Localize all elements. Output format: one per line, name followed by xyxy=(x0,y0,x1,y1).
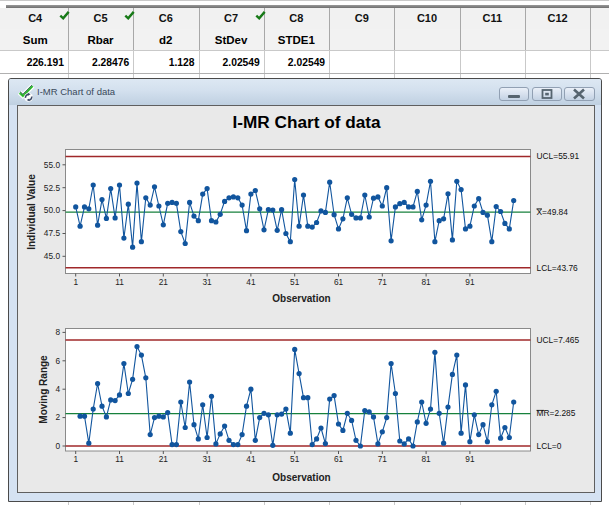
svg-text:2: 2 xyxy=(55,412,60,422)
svg-text:31: 31 xyxy=(202,454,212,464)
svg-text:LCL=43.76: LCL=43.76 xyxy=(536,263,578,273)
svg-text:61: 61 xyxy=(333,454,343,464)
svg-text:UCL=7.465: UCL=7.465 xyxy=(536,335,579,345)
svg-text:0: 0 xyxy=(55,441,60,451)
svg-text:81: 81 xyxy=(421,277,431,287)
svg-text:I-MR Chart of data: I-MR Chart of data xyxy=(232,112,380,132)
svg-text:Individual Value: Individual Value xyxy=(26,174,37,250)
svg-text:47.5: 47.5 xyxy=(43,228,60,238)
svg-text:21: 21 xyxy=(158,454,168,464)
svg-text:4: 4 xyxy=(55,384,60,394)
svg-text:8: 8 xyxy=(55,327,60,337)
svg-text:31: 31 xyxy=(202,277,212,287)
svg-text:91: 91 xyxy=(465,277,475,287)
svg-text:Observation: Observation xyxy=(272,472,330,483)
svg-text:51: 51 xyxy=(290,454,300,464)
svg-text:91: 91 xyxy=(465,454,475,464)
svg-text:11: 11 xyxy=(115,454,124,464)
svg-text:81: 81 xyxy=(421,454,431,464)
svg-text:LCL=0: LCL=0 xyxy=(536,441,561,451)
svg-text:21: 21 xyxy=(158,277,168,287)
svg-text:11: 11 xyxy=(115,277,124,287)
svg-text:1: 1 xyxy=(73,454,78,464)
svg-text:71: 71 xyxy=(377,277,387,287)
svg-text:51: 51 xyxy=(290,277,300,287)
svg-text:Moving Range: Moving Range xyxy=(37,355,48,424)
svg-text:41: 41 xyxy=(246,454,256,464)
svg-text:Observation: Observation xyxy=(272,293,330,304)
svg-text:X=49.84: X=49.84 xyxy=(536,207,568,217)
svg-text:45.0: 45.0 xyxy=(43,251,60,261)
svg-text:71: 71 xyxy=(377,454,387,464)
svg-text:UCL=55.91: UCL=55.91 xyxy=(536,151,579,161)
svg-text:55.0: 55.0 xyxy=(43,160,60,170)
svg-text:50.0: 50.0 xyxy=(43,205,60,215)
svg-text:61: 61 xyxy=(333,277,343,287)
svg-text:1: 1 xyxy=(73,277,78,287)
svg-text:52.5: 52.5 xyxy=(43,183,60,193)
svg-text:6: 6 xyxy=(55,356,60,366)
svg-text:MR=2.285: MR=2.285 xyxy=(536,408,575,418)
svg-text:41: 41 xyxy=(246,277,256,287)
